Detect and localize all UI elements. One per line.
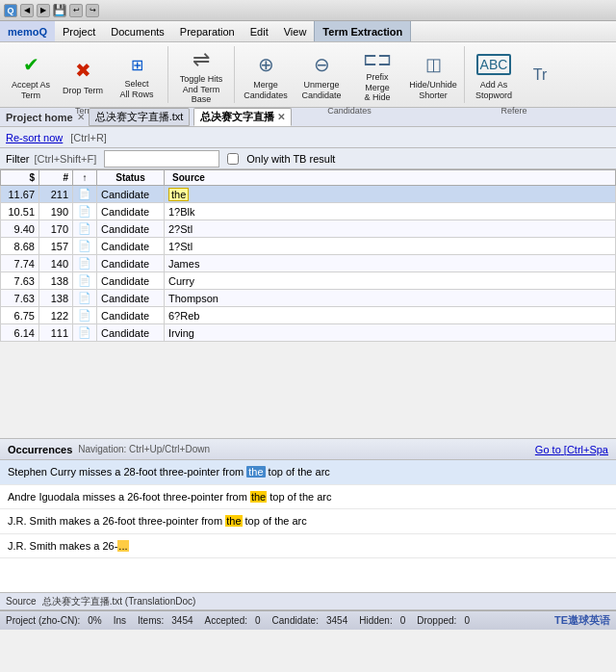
col-header-status[interactable]: Status	[97, 170, 165, 186]
prefix-merge-button[interactable]: ⊏⊐ Prefix Merge& Hide	[350, 48, 404, 104]
breadcrumb-home[interactable]: Project home	[6, 112, 73, 123]
hash-cell: 138	[39, 272, 73, 290]
status-cell: Candidate	[97, 307, 165, 324]
add-as-stopword-button[interactable]: ABC Add AsStopword	[469, 48, 519, 104]
title-bar: Q ◀ ▶ 💾 ↩ ↪	[0, 0, 616, 21]
source-cell: 1?Blk	[165, 203, 616, 220]
table-row[interactable]: 8.68 157 📄 Candidate 1?Stl	[1, 238, 616, 255]
merge-candidates-button[interactable]: ⊕ MergeCandidates	[239, 48, 293, 104]
toggle-hits-button[interactable]: ⇌ Toggle HitsAnd Term Base	[172, 48, 230, 104]
hash-cell: 211	[39, 186, 73, 203]
dropped-value: 0	[464, 615, 470, 626]
dollar-cell: 7.63	[1, 290, 39, 307]
icon-cell: 📄	[73, 238, 97, 255]
forward-btn[interactable]: ▶	[37, 4, 50, 17]
home-close-icon[interactable]: ✕	[77, 112, 85, 122]
table-row[interactable]: 9.40 170 📄 Candidate 2?Stl	[1, 220, 616, 238]
table-row[interactable]: 7.63 138 📄 Candidate Curry	[1, 272, 616, 290]
occurrence-item[interactable]: Stephen Curry misses a 28-foot three-poi…	[0, 460, 616, 485]
table-header-row: $ # ↑ Status Source	[1, 170, 616, 186]
icon-cell: 📄	[73, 290, 97, 307]
reference-group-label: Refere	[500, 106, 526, 117]
occurrences-nav: Navigation: Ctrl+Up/Ctrl+Down	[78, 444, 210, 454]
reference-buttons: ABC Add AsStopword Tr	[469, 48, 559, 104]
occ-text-after: top of the arc	[243, 515, 307, 527]
hide-unhide-button[interactable]: ◫ Hide/UnhideShorter	[406, 48, 460, 104]
occurrence-item[interactable]: J.R. Smith makes a 26-foot three-pointer…	[0, 509, 616, 534]
drop-term-button[interactable]: ✖ Drop Term	[58, 48, 108, 104]
occ-text-after: top of the arc	[267, 491, 331, 503]
accept-icon: ✔	[17, 51, 44, 78]
candidates-buttons: ⊕ MergeCandidates ⊖ UnmergeCandidate ⊏⊐ …	[239, 48, 460, 104]
terms-table-container: $ # ↑ Status Source 11.67 211 📄 Candidat…	[0, 169, 616, 439]
project-label: Project (zho-CN):	[6, 615, 80, 626]
table-row[interactable]: 7.63 138 📄 Candidate Thompson	[1, 290, 616, 307]
occ-text-before: J.R. Smith makes a 26-foot three-pointer…	[8, 515, 225, 527]
extra-ref-button[interactable]: Tr	[521, 48, 559, 104]
menu-preparation[interactable]: Preparation	[172, 21, 243, 41]
menu-documents[interactable]: Documents	[103, 21, 172, 41]
table-row[interactable]: 11.67 211 📄 Candidate the	[1, 186, 616, 203]
status-cell: Candidate	[97, 186, 165, 203]
toolbar: ✔ Accept As Term ✖ Drop Term ⊞ SelectAll…	[0, 42, 616, 108]
hash-cell: 138	[39, 290, 73, 307]
table-row[interactable]: 6.75 122 📄 Candidate 6?Reb	[1, 307, 616, 324]
only-tb-checkbox[interactable]	[227, 153, 239, 165]
merge-label: MergeCandidates	[244, 80, 288, 101]
filter-input[interactable]	[104, 150, 219, 168]
accepted-label: Accepted:	[205, 615, 247, 626]
undo-btn[interactable]: ↩	[69, 4, 83, 17]
back-btn[interactable]: ◀	[20, 4, 34, 17]
tab-file1[interactable]: 总决赛文字直播.txt	[89, 108, 191, 126]
status-logo: TE遨球英语	[554, 613, 610, 628]
accept-as-term-button[interactable]: ✔ Accept As Term	[6, 48, 56, 104]
redo-btn[interactable]: ↪	[86, 4, 99, 17]
icon-cell: 📄	[73, 220, 97, 238]
menu-memoq[interactable]: memoQ	[0, 21, 55, 41]
unmerge-candidate-button[interactable]: ⊖ UnmergeCandidate	[295, 48, 348, 104]
resort-link[interactable]: Re-sort now	[6, 132, 63, 143]
dropped-label: Dropped:	[417, 615, 456, 626]
icon-cell: 📄	[73, 272, 97, 290]
merge-icon: ⊕	[252, 51, 279, 78]
goto-link[interactable]: Go to [Ctrl+Spa	[535, 444, 608, 455]
status-cell: Candidate	[97, 272, 165, 290]
toolbar-group-candidates: ⊕ MergeCandidates ⊖ UnmergeCandidate ⊏⊐ …	[235, 46, 465, 103]
items-label: Items:	[138, 615, 164, 626]
source-cell: Thompson	[165, 290, 616, 307]
hide-icon: ◫	[420, 51, 447, 78]
occurrences-list: Stephen Curry misses a 28-foot three-poi…	[0, 460, 616, 593]
col-header-dollar[interactable]: $	[1, 170, 39, 186]
save-btn[interactable]: 💾	[53, 4, 66, 17]
icon-cell: 📄	[73, 203, 97, 220]
candidate-value: 3454	[326, 615, 347, 626]
menu-edit[interactable]: Edit	[243, 21, 276, 41]
unmerge-icon: ⊖	[308, 51, 335, 78]
col-header-source[interactable]: Source	[165, 170, 616, 186]
hide-label: Hide/UnhideShorter	[409, 80, 457, 101]
tab-file2[interactable]: 总决赛文字直播 ✕	[193, 108, 292, 126]
extra-ref-icon: Tr	[526, 62, 553, 89]
occurrence-item-partial[interactable]: J.R. Smith makes a 26-...	[0, 534, 616, 559]
toolbar-group-toggle: ⇌ Toggle HitsAnd Term Base	[168, 46, 235, 103]
menu-term-extraction[interactable]: Term Extraction	[314, 21, 411, 41]
stopword-label: Add AsStopword	[475, 80, 512, 101]
select-all-icon: ⊞	[123, 52, 150, 77]
table-row[interactable]: 6.14 111 📄 Candidate Irving	[1, 324, 616, 342]
col-header-hash[interactable]: #	[39, 170, 73, 186]
status-cell: Candidate	[97, 290, 165, 307]
menu-project[interactable]: Project	[55, 21, 103, 41]
select-all-rows-button[interactable]: ⊞ SelectAll Rows	[110, 48, 164, 104]
hash-cell: 170	[39, 220, 73, 238]
col-header-sort[interactable]: ↑	[73, 170, 97, 186]
tab-file2-label: 总决赛文字直播	[200, 111, 274, 122]
hash-cell: 157	[39, 238, 73, 255]
table-row[interactable]: 7.74 140 📄 Candidate James	[1, 255, 616, 272]
drop-label: Drop Term	[63, 86, 103, 96]
hash-cell: 122	[39, 307, 73, 324]
tab-file2-close[interactable]: ✕	[277, 112, 285, 122]
dollar-cell: 6.75	[1, 307, 39, 324]
occurrence-item[interactable]: Andre Iguodala misses a 26-foot three-po…	[0, 485, 616, 510]
table-row[interactable]: 10.51 190 📄 Candidate 1?Blk	[1, 203, 616, 220]
menu-view[interactable]: View	[276, 21, 315, 41]
